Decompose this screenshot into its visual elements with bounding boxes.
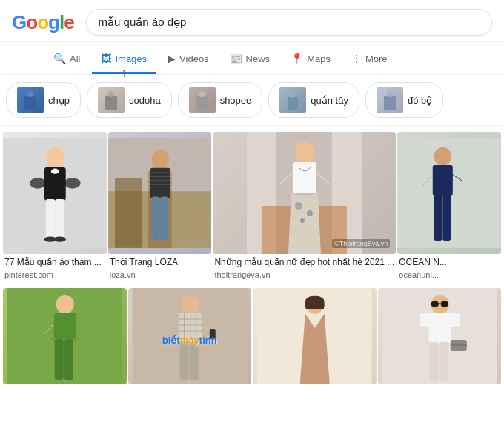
image-card-7[interactable] — [253, 288, 377, 384]
videos-icon: ▶ — [168, 53, 176, 64]
image-2-caption: Thời Trang LOZA loza.vn — [108, 254, 212, 281]
filter-chips: chụp sodoha shopee quần tây đó bộ — [0, 75, 504, 126]
chip-quan-tay-label: quần tây — [311, 95, 348, 106]
image-1-title: 77 Mẫu quần áo tham ... — [4, 257, 105, 269]
svg-rect-68 — [189, 341, 198, 380]
chip-sodoha-label: sodoha — [129, 95, 161, 106]
image-grid-row2: biếtmáytính — [0, 287, 504, 386]
image-card-8[interactable] — [378, 288, 502, 384]
svg-rect-56 — [64, 339, 73, 380]
image-2 — [108, 132, 212, 254]
image-3-source: thoitrangeva.vn — [214, 270, 394, 279]
image-7 — [253, 288, 377, 384]
svg-rect-8 — [384, 96, 396, 110]
svg-rect-75 — [431, 301, 438, 307]
image-1 — [3, 132, 107, 254]
svg-rect-81 — [429, 342, 438, 381]
image-4 — [397, 132, 501, 254]
svg-rect-2 — [105, 96, 117, 110]
image-4-source: oceanuni... — [399, 270, 500, 279]
tab-images-label: Images — [115, 53, 147, 64]
header: Google mẫu quần áo đẹp — [0, 0, 504, 42]
svg-rect-67 — [179, 341, 188, 380]
image-2-source: loza.vn — [110, 270, 210, 279]
more-icon: ⋮ — [351, 53, 362, 64]
svg-point-7 — [291, 93, 295, 98]
chip-do-bo-label: đó bộ — [408, 95, 432, 106]
svg-rect-22 — [115, 178, 142, 248]
chip-quan-tay[interactable]: quần tây — [268, 82, 359, 118]
image-grid-row1: 77 Mẫu quần áo tham ... pinterest.com — [0, 126, 504, 287]
chip-do-bo[interactable]: đó bộ — [365, 82, 443, 118]
svg-point-3 — [108, 91, 114, 97]
chip-sodoha[interactable]: sodoha — [87, 82, 172, 118]
image-3-caption: Những mẫu quần nữ đẹp hot nhất hè 2021 .… — [213, 254, 396, 281]
images-icon: 🖼 — [101, 53, 111, 64]
svg-rect-79 — [419, 313, 429, 327]
svg-rect-54 — [54, 313, 76, 339]
image-8 — [378, 288, 502, 384]
svg-point-42 — [295, 202, 302, 210]
tab-videos-label: Videos — [179, 53, 209, 64]
svg-rect-6 — [288, 97, 298, 110]
chip-quan-tay-thumb — [279, 87, 306, 113]
cursor: ↑ — [121, 66, 127, 79]
svg-rect-80 — [449, 313, 460, 327]
svg-point-43 — [307, 210, 313, 216]
tab-all[interactable]: 🔍 All — [44, 45, 89, 74]
tab-images[interactable]: 🖼 Images ↑ — [92, 45, 156, 74]
image-card-5[interactable] — [3, 288, 127, 384]
image-3-watermark: ©ThoitrangEva.vn — [332, 239, 390, 248]
tab-maps[interactable]: 📍 Maps — [282, 45, 339, 74]
nav-tabs: 🔍 All 🖼 Images ↑ ▶ Videos 📰 News 📍 Maps … — [0, 42, 504, 75]
tab-all-label: All — [70, 53, 80, 64]
svg-point-11 — [46, 147, 64, 169]
svg-point-19 — [51, 169, 59, 174]
svg-point-1 — [27, 91, 33, 97]
search-icon: 🔍 — [53, 53, 66, 64]
chip-sodoha-thumb — [98, 87, 125, 113]
image-card-2[interactable]: Thời Trang LOZA loza.vn — [108, 132, 212, 281]
svg-point-24 — [151, 149, 168, 169]
svg-point-14 — [64, 178, 81, 188]
image-3-title: Những mẫu quần nữ đẹp hot nhất hè 2021 .… — [214, 257, 394, 269]
svg-rect-78 — [428, 313, 451, 343]
tab-news[interactable]: 📰 News — [221, 45, 279, 74]
news-icon: 📰 — [230, 53, 242, 64]
svg-rect-4 — [196, 96, 208, 110]
svg-rect-48 — [434, 194, 442, 241]
image-2-title: Thời Trang LOZA — [110, 257, 210, 269]
svg-point-46 — [434, 147, 451, 166]
tab-more-label: More — [365, 53, 388, 64]
image-1-caption: 77 Mẫu quần áo tham ... pinterest.com — [3, 254, 107, 281]
search-box[interactable]: mẫu quần áo đẹp — [86, 9, 492, 36]
svg-point-5 — [199, 91, 205, 97]
google-logo[interactable]: Google — [12, 11, 74, 34]
svg-point-44 — [300, 218, 305, 223]
image-card-6[interactable]: biếtmáytính — [128, 288, 252, 384]
chip-chup-label: chụp — [48, 95, 70, 106]
search-query: mẫu quần áo đẹp — [99, 16, 187, 29]
chip-chup[interactable]: chụp — [6, 82, 81, 118]
svg-point-18 — [54, 237, 66, 242]
svg-rect-16 — [55, 199, 64, 239]
svg-rect-30 — [151, 196, 159, 240]
svg-rect-82 — [439, 342, 448, 381]
tab-more[interactable]: ⋮ More — [342, 45, 397, 74]
svg-point-38 — [295, 142, 314, 163]
svg-point-13 — [30, 178, 46, 188]
image-card-4[interactable]: OCEAN N... oceanuni... — [397, 132, 501, 281]
svg-rect-39 — [293, 162, 316, 193]
chip-shopee[interactable]: shopee — [178, 82, 263, 118]
image-card-1[interactable]: 77 Mẫu quần áo tham ... pinterest.com — [3, 132, 107, 281]
image-card-3[interactable]: ©ThoitrangEva.vn Những mẫu quần nữ đẹp h… — [213, 132, 396, 281]
chip-chup-thumb — [17, 87, 44, 113]
tab-maps-label: Maps — [307, 53, 331, 64]
svg-rect-47 — [433, 165, 453, 196]
svg-rect-31 — [160, 196, 168, 240]
svg-rect-0 — [24, 96, 36, 110]
chip-shopee-label: shopee — [220, 95, 252, 106]
biet-may-tinh-watermark: biếtmáytính — [162, 335, 217, 346]
tab-videos[interactable]: ▶ Videos — [159, 45, 218, 74]
image-4-caption: OCEAN N... oceanuni... — [397, 254, 501, 281]
